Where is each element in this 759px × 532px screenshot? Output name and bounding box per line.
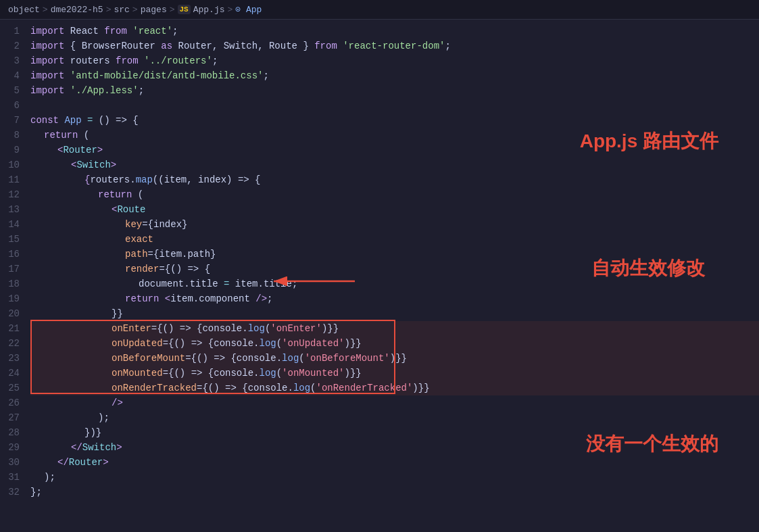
line-numbers: 12345 678910 1112131415 1617181920 21222… xyxy=(0,22,30,530)
breadcrumb-bar: object > dme2022-h5 > src > pages > JS A… xyxy=(0,0,759,20)
sep3: > xyxy=(132,5,138,15)
breadcrumb-pages: pages xyxy=(141,5,167,15)
sep2: > xyxy=(106,5,112,15)
code-line-3: import routers from '../routers'; xyxy=(30,53,759,68)
code-line-21: onEnter={() => {console.log('onEnter')}} xyxy=(30,321,759,336)
code-line-15: exact xyxy=(30,232,759,247)
code-line-13: <Route xyxy=(30,202,759,217)
code-line-9: <Router> xyxy=(30,143,759,158)
js-file-icon: JS xyxy=(178,5,191,14)
code-line-10: <Switch> xyxy=(30,158,759,172)
code-area: 12345 678910 1112131415 1617181920 21222… xyxy=(0,20,759,530)
breadcrumb-app-component: ⊙ App xyxy=(235,4,262,15)
code-line-27: ); xyxy=(30,410,759,425)
code-line-14: key={index} xyxy=(30,217,759,232)
code-line-8: return ( xyxy=(30,128,759,143)
code-line-24: onMounted={() => {console.log('onMounted… xyxy=(30,366,759,381)
breadcrumb-src: src xyxy=(114,5,129,15)
code-line-11: {routers.map((item, index) => { xyxy=(30,172,759,187)
code-line-25: onRenderTracked={() => {console.log('onR… xyxy=(30,381,759,395)
code-line-16: path={item.path} xyxy=(30,247,759,262)
code-line-29: </Switch> xyxy=(30,440,759,455)
code-line-7: const App = () => { xyxy=(30,113,759,128)
breadcrumb-appjs: App.js xyxy=(193,5,225,15)
editor-container: 12345 678910 1112131415 1617181920 21222… xyxy=(0,20,759,530)
breadcrumb-object: object xyxy=(8,5,40,15)
code-line-31: ); xyxy=(30,470,759,485)
code-line-18: document.title = item.title; xyxy=(30,276,759,291)
sep5: > xyxy=(228,5,233,15)
code-line-22: onUpdated={() => {console.log('onUpdated… xyxy=(30,336,759,351)
code-line-19: return <item.component />; xyxy=(30,291,759,306)
code-line-5: import './App.less'; xyxy=(30,83,759,98)
breadcrumb-project: dme2022-h5 xyxy=(51,5,103,15)
code-line-1: import React from 'react'; xyxy=(30,24,759,39)
code-line-4: import 'antd-mobile/dist/antd-mobile.css… xyxy=(30,68,759,83)
code-line-12: return ( xyxy=(30,187,759,202)
code-line-6 xyxy=(30,98,759,113)
code-line-2: import { BrowserRouter as Router, Switch… xyxy=(30,39,759,53)
code-line-17: render={() => { xyxy=(30,262,759,276)
sep1: > xyxy=(43,5,48,15)
code-line-32: }; xyxy=(30,485,759,500)
code-line-28: })} xyxy=(30,425,759,440)
code-lines: import React from 'react'; import { Brow… xyxy=(30,22,759,530)
code-line-30: </Router> xyxy=(30,455,759,470)
sep4: > xyxy=(170,5,175,15)
code-line-26: /> xyxy=(30,395,759,410)
code-line-20: }} xyxy=(30,306,759,321)
code-line-23: onBeforeMount={() => {console.log('onBef… xyxy=(30,351,759,366)
